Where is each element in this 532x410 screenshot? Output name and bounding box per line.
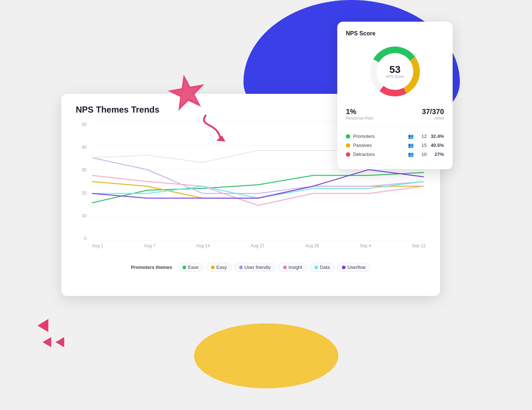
legend-item-data[interactable]: Data <box>310 263 334 272</box>
detractors-count: 10 <box>418 152 427 157</box>
nps-card-title: NPS Score <box>346 30 444 37</box>
legend-item-userflow[interactable]: Userflow <box>337 263 370 272</box>
passives-count: 15 <box>418 143 427 148</box>
triangle-3 <box>56 337 64 347</box>
easy-dot <box>211 266 215 269</box>
passives-name: Passives <box>353 143 405 148</box>
background-blob-orange <box>194 323 338 388</box>
userflow-dot <box>342 266 346 269</box>
response-rate-value: 1% <box>346 108 373 116</box>
userflow-label: Userflow <box>347 265 366 270</box>
passives-percent: 40.5% <box>430 143 444 148</box>
nps-score-value: 53 <box>386 65 404 75</box>
data-dot <box>315 266 318 269</box>
x-label-aug1: Aug 1 <box>92 243 103 248</box>
y-label-30: 30 <box>76 167 87 173</box>
x-label-aug14: Aug 14 <box>196 243 210 248</box>
insight-dot <box>283 266 287 269</box>
y-label-50: 50 <box>76 122 87 127</box>
chart-legend: Promoters themes Ease Easy User friendly… <box>76 263 426 272</box>
donut-chart-container: 53 NPS Score <box>346 43 444 100</box>
views-label: views <box>422 116 444 120</box>
legend-label: Promoters themes <box>131 265 172 270</box>
y-label-0: 0 <box>76 236 87 241</box>
nps-row-passives: Passives 👥 15 40.5% <box>346 143 444 148</box>
x-label-aug7: Aug 7 <box>144 243 155 248</box>
x-label-sep4: Sep 4 <box>360 243 371 248</box>
triangle-1 <box>38 319 48 332</box>
legend-item-easy[interactable]: Easy <box>206 263 232 272</box>
user-friendly-dot <box>239 266 243 269</box>
promoters-dot <box>346 134 350 139</box>
detractors-dot <box>346 152 350 157</box>
ease-dot <box>183 266 186 269</box>
y-axis: 0 10 20 30 40 50 <box>76 122 87 241</box>
stats-row: 1% Response Rate 37/370 views <box>346 108 444 126</box>
x-label-aug28: Aug 28 <box>305 243 319 248</box>
legend-item-insight[interactable]: Insight <box>278 263 307 272</box>
nps-score-label: NPS Score <box>386 75 404 79</box>
y-label-40: 40 <box>76 145 87 150</box>
user-friendly-label: User friendly <box>245 265 271 270</box>
response-rate-label: Response Rate <box>346 116 373 120</box>
promoters-name: Promoters <box>353 134 405 139</box>
legend-item-ease[interactable]: Ease <box>178 263 203 272</box>
triangle-2 <box>43 337 51 347</box>
views-stat: 37/370 views <box>422 108 444 120</box>
x-label-aug21: Aug 21 <box>251 243 264 248</box>
legend-item-user-friendly[interactable]: User friendly <box>234 263 276 272</box>
response-rate-stat: 1% Response Rate <box>346 108 373 120</box>
data-label: Data <box>320 265 330 270</box>
donut-center: 53 NPS Score <box>386 65 404 79</box>
easy-label: Easy <box>216 265 227 270</box>
nps-row-detractors: Detractors 👥 10 27% <box>346 152 444 157</box>
nps-score-card: NPS Score 53 NPS Score 1% Response Rate … <box>337 22 453 169</box>
x-axis: Aug 1 Aug 7 Aug 14 Aug 21 Aug 28 Sep 4 S… <box>92 243 426 248</box>
y-label-10: 10 <box>76 213 87 218</box>
triangle-decorations <box>36 318 66 349</box>
views-value: 37/370 <box>422 108 444 116</box>
detractors-name: Detractors <box>353 152 405 157</box>
nps-breakdown-rows: Promoters 👥 12 32.4% Passives 👥 15 40.5%… <box>346 134 444 157</box>
nps-row-promoters: Promoters 👥 12 32.4% <box>346 134 444 139</box>
promoters-icon: 👥 <box>408 134 414 139</box>
y-label-20: 20 <box>76 191 87 196</box>
insight-label: Insight <box>289 265 302 270</box>
arrow-decoration <box>195 112 238 149</box>
promoters-count: 12 <box>418 134 427 139</box>
detractors-percent: 27% <box>430 152 444 157</box>
ease-label: Ease <box>188 265 199 270</box>
promoters-percent: 32.4% <box>430 134 444 139</box>
passives-icon: 👥 <box>408 143 414 148</box>
detractors-icon: 👥 <box>408 152 414 157</box>
svg-marker-2 <box>216 135 225 141</box>
x-label-sep12: Sep 12 <box>412 243 426 248</box>
passives-dot <box>346 143 350 148</box>
